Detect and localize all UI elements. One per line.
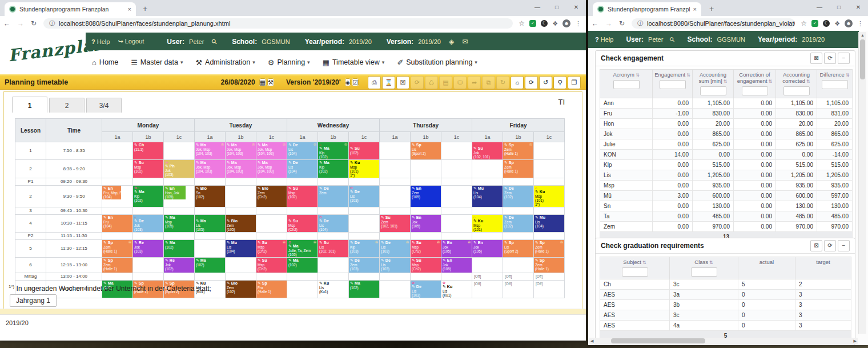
timetable-cell-empty[interactable]	[411, 207, 441, 214]
table-row[interactable]: Lis0.001,205.000.001,205.001,205.00	[600, 170, 853, 181]
timetable-cell-empty[interactable]	[164, 273, 195, 280]
search-icon[interactable]: ⚲	[210, 37, 219, 46]
sort-icon[interactable]: ⇅	[642, 260, 646, 265]
timetable-cell-empty[interactable]	[441, 273, 472, 280]
timetable-cell-empty[interactable]	[318, 207, 349, 214]
timetable-cell[interactable]: ✎ SuMsp(102)	[133, 159, 164, 178]
timetable-cell[interactable]: ✎ EnJok(105)	[472, 239, 503, 257]
timetable-cell-empty[interactable]	[534, 207, 565, 214]
timetable-cell[interactable]: ⌂✎ SuMsp(Ch2)	[287, 214, 318, 232]
timetable-cell-off[interactable]: [Off]	[534, 273, 565, 280]
timetable-cell-empty[interactable]	[380, 142, 411, 160]
timetable-cell-off[interactable]: [Off]	[503, 280, 534, 298]
timetable-cell[interactable]: ✎ ReJok(103)	[133, 239, 164, 257]
timetable-cell[interactable]: ⌂✎ Su(102)	[349, 142, 380, 160]
filter-input[interactable]	[822, 80, 848, 89]
nav-item-timetable-view[interactable]: ▦Timetable view▾	[323, 58, 385, 67]
table-row[interactable]: KON14.000.000.000.00-14.00	[600, 150, 853, 160]
timetable-cell-empty[interactable]	[102, 232, 133, 239]
forward-icon[interactable]: →	[17, 19, 24, 27]
timetable-cell-empty[interactable]	[441, 207, 472, 214]
timetable-cell[interactable]: ✎ MaKlp(102)	[318, 159, 349, 178]
sort-icon[interactable]: ⇅	[686, 73, 690, 78]
table-row[interactable]: Hon0.0020.000.0020.0020.00	[600, 119, 853, 129]
column-header-correction-of-engagement[interactable]: Correction of engagement⇅	[734, 70, 776, 98]
timetable-cell[interactable]: ✎ SpZem(Halle 1)	[503, 159, 534, 178]
timetable-cell-empty[interactable]	[441, 159, 472, 178]
refresh-button[interactable]: ⟳	[824, 53, 836, 64]
menu-kebab-icon[interactable]: ⋮	[575, 20, 581, 27]
timetable-cell[interactable]: ✿✎ DeLis(103)	[411, 280, 441, 298]
timetable-cell-empty[interactable]	[349, 207, 380, 214]
timetable-cell[interactable]: ✎ MaJok, Msp(104, 103)	[195, 159, 226, 178]
column-header-accounting-sum-min-[interactable]: Accounting sum [min]⇅	[693, 70, 734, 98]
timetable-cell-empty[interactable]	[226, 232, 256, 239]
timetable-cell-empty[interactable]	[380, 232, 411, 239]
timetable-cell-empty[interactable]	[349, 214, 380, 232]
timetable-cell[interactable]: ✎ DeLis(104)	[287, 159, 318, 178]
profile-avatar[interactable]: ☻	[562, 19, 570, 27]
timetable-cell-empty[interactable]	[441, 232, 472, 239]
timetable-cell-empty[interactable]	[411, 178, 441, 185]
timetable-cell-empty[interactable]	[195, 232, 226, 239]
timetable-cell-empty[interactable]	[349, 232, 380, 239]
table-row[interactable]: Mü3.00600.000.00600.00597.00	[600, 191, 853, 201]
timetable-cell[interactable]: ✎ SuMsp(102)	[287, 185, 318, 207]
table-row[interactable]: Julie0.00625.000.00625.00625.00	[600, 139, 853, 150]
column-header-difference[interactable]: Difference⇅	[817, 70, 853, 98]
timetable-cell[interactable]: ✎ DeZem(103)	[349, 257, 380, 273]
timetable-cell-empty[interactable]	[411, 273, 441, 280]
timetable-cell-empty[interactable]	[256, 273, 287, 280]
close-button[interactable]: ✕	[566, 0, 586, 16]
timetable-cell-empty[interactable]	[133, 273, 164, 280]
collapse-button[interactable]: −	[838, 53, 850, 64]
timetable-cell-empty[interactable]	[380, 207, 411, 214]
site-info-icon[interactable]: ⓘ	[49, 19, 55, 27]
timetable-cell[interactable]: ✎ SpFru(Halle 1)	[256, 280, 287, 298]
tag-icon[interactable]: ◈	[449, 38, 454, 46]
table-row[interactable]: AES3a03	[600, 290, 851, 300]
column-header-engagement[interactable]: Engagement⇅	[653, 70, 693, 98]
timetable-cell[interactable]: ✎ MaJok, Msp(104, 103)	[226, 159, 256, 178]
timetable-cell-empty[interactable]	[164, 142, 195, 160]
timetable-cell-off[interactable]: [Off]	[534, 280, 565, 298]
print-button[interactable]: ⎙	[368, 76, 381, 89]
duplicate-button[interactable]: ❐	[568, 76, 581, 89]
timetable-cell[interactable]: ✎ SpLis(Sport 2)	[503, 239, 534, 257]
refresh-button[interactable]: ⟳	[824, 240, 836, 251]
reload-icon[interactable]: ↻	[31, 19, 37, 27]
timetable-cell[interactable]: ✎ EnZem(105)	[411, 185, 441, 207]
tab-close-icon[interactable]: ×	[128, 6, 131, 13]
timetable-cell-empty[interactable]	[503, 178, 534, 185]
timetable-cell-empty[interactable]	[102, 273, 133, 280]
timetable-cell-off[interactable]: [Off]	[472, 273, 503, 280]
timetable-cell-empty[interactable]	[472, 232, 503, 239]
timetable-cell[interactable]: ✎ EnJok(105)	[441, 257, 472, 273]
timetable-cell[interactable]: ✎ Ma(102)	[287, 257, 318, 273]
column-header-accounting-corrected[interactable]: Accounting corrected⇅	[776, 70, 817, 98]
timetable-cell[interactable]: ✎ KuLis(Ku1)	[318, 280, 349, 298]
filter-input[interactable]	[660, 80, 686, 89]
timetable-cell-split[interactable]: ✎ EnFru, Msp, Sn(104)	[102, 185, 133, 207]
reload-button[interactable]: ⟳	[525, 76, 538, 89]
timetable-cell[interactable]: ✎ MuLis(104)	[226, 239, 256, 257]
column-header-acronym[interactable]: Acronym⇅	[600, 70, 653, 98]
profile-avatar[interactable]: ☻	[845, 19, 853, 27]
table-row[interactable]: Fru-1.00830.000.00830.00831.00	[600, 109, 853, 119]
timetable-cell[interactable]: ✎ SpZem(Halle 1)	[534, 257, 565, 273]
horizontal-scrollbar[interactable]: ◀ ▶	[589, 338, 858, 344]
address-field[interactable]: ⓘ localhost:8080/SchulPlaner/faces/stund…	[632, 18, 795, 29]
inspect-button[interactable]: ⚲	[553, 76, 566, 89]
table-row[interactable]: Ch3c52	[600, 279, 851, 290]
timetable-cell[interactable]: ✎ SuLis(102, 101)	[318, 239, 349, 257]
nav-item-administration[interactable]: ⚒Administration▾	[195, 58, 255, 67]
timetable-cell-empty[interactable]	[441, 178, 472, 185]
timetable-cell[interactable]: ⌂✎ SuJok(102, 101)	[472, 142, 503, 160]
extensions-puzzle-icon[interactable]: ❖	[552, 20, 558, 27]
new-tab-button[interactable]: +	[143, 4, 147, 13]
timetable-cell-empty[interactable]	[349, 273, 380, 280]
adblock-extension-icon[interactable]: ✓	[811, 20, 818, 27]
reload-icon[interactable]: ↻	[619, 19, 625, 27]
site-info-icon[interactable]: ⓘ	[637, 19, 643, 27]
timetable-cell[interactable]: ✎ SpZem(Halle 1)	[102, 257, 133, 273]
